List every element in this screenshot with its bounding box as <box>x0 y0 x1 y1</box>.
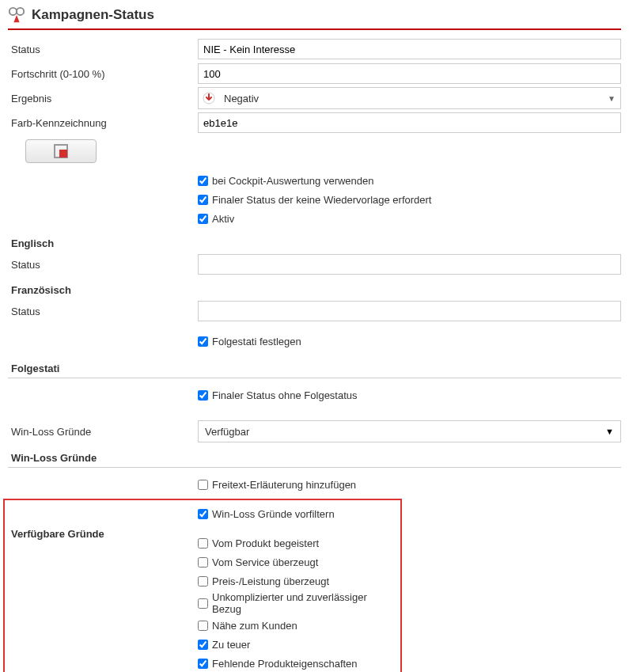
label-status: Status <box>8 44 198 55</box>
verfuegbare-item: Zu teuer <box>198 636 397 653</box>
label-checkbox-vorfiltern: Win-Loss Gründe vorfiltern <box>212 508 335 520</box>
checkbox-finaler-wv[interactable] <box>198 195 208 205</box>
checkbox-folgestati-festlegen[interactable] <box>198 336 208 347</box>
label-winloss-gruende: Win-Loss Gründe <box>8 426 198 438</box>
negativ-icon <box>202 91 216 105</box>
select-winloss-gruende[interactable]: Verfügbar ▼ <box>198 420 621 442</box>
color-swatch-icon <box>54 144 68 158</box>
heading-verfuegbare: Verfügbare Gründe <box>8 528 198 540</box>
input-englisch-status[interactable] <box>198 254 621 275</box>
checkbox-grund-2[interactable] <box>198 576 208 587</box>
chevron-down-icon: ▼ <box>605 427 614 436</box>
checkbox-grund-6[interactable] <box>198 659 208 669</box>
label-checkbox-finaler-ohne: Finaler Status ohne Folgestatus <box>212 389 358 401</box>
input-franzoesisch-status[interactable] <box>198 301 621 321</box>
heading-franzoesisch: Französisch <box>8 278 621 300</box>
checkbox-grund-1[interactable] <box>198 557 208 568</box>
select-winloss-value: Verfügbar <box>205 426 249 438</box>
verfuegbare-item: Unkomplizierter und zuverlässiger Bezug <box>198 591 397 615</box>
highlight-region: Win-Loss Gründe vorfiltern Verfügbare Gr… <box>3 499 402 672</box>
label-grund-5: Zu teuer <box>212 639 250 651</box>
page-header: Kampagnen-Status <box>8 6 621 30</box>
label-grund-3: Unkomplizierter und zuverlässiger Bezug <box>212 591 397 615</box>
heading-englisch: Englisch <box>8 231 621 253</box>
input-farb[interactable] <box>198 112 621 133</box>
label-franzoesisch-status: Status <box>8 306 198 317</box>
label-englisch-status: Status <box>8 259 198 271</box>
row-folgestati-festlegen: Folgestati festlegen <box>8 331 621 353</box>
label-grund-6: Fehlende Produkteigenschaften <box>212 658 358 670</box>
label-ergebnis: Ergebnis <box>8 93 198 104</box>
heading-folgestati: Folgestati <box>8 356 621 378</box>
chevron-down-icon: ▼ <box>608 94 616 103</box>
checkbox-vorfiltern[interactable] <box>198 509 208 519</box>
row-vorfiltern: Win-Loss Gründe vorfiltern <box>8 503 397 526</box>
row-farb: Farb-Kennzeichnung <box>8 112 621 134</box>
label-farb: Farb-Kennzeichnung <box>8 117 198 129</box>
row-color-button <box>8 136 621 163</box>
page-title: Kampagnen-Status <box>32 7 154 23</box>
verfuegbare-item: Preis-/Leistung überzeugt <box>198 572 397 590</box>
checkbox-grund-5[interactable] <box>198 640 208 650</box>
row-finaler-ohne: Finaler Status ohne Folgestatus <box>8 385 621 407</box>
row-verfuegbare-heading: Verfügbare Gründe Vom Produkt begeistert… <box>8 528 397 672</box>
select-ergebnis-value: Negativ <box>224 93 259 104</box>
label-checkbox-folgestati-festlegen: Folgestati festlegen <box>212 336 301 347</box>
input-fortschritt[interactable] <box>198 63 621 84</box>
verfuegbare-item: Nähe zum Kunden <box>198 617 397 634</box>
checkbox-aktiv[interactable] <box>198 214 208 224</box>
verfuegbare-item: Vom Produkt begeistert <box>198 534 397 552</box>
svg-point-0 <box>9 8 17 15</box>
status-icon <box>8 6 25 24</box>
row-franzoesisch-status: Status <box>8 300 621 322</box>
row-fortschritt: Fortschritt (0-100 %) <box>8 63 621 85</box>
row-englisch-status: Status <box>8 253 621 275</box>
row-checkboxes-1: bei Cockpit-Auswertung verwenden Finaler… <box>8 172 621 229</box>
verfuegbare-list: Vom Produkt begeistertVom Service überze… <box>198 534 397 672</box>
label-grund-2: Preis-/Leistung überzeugt <box>212 575 329 587</box>
label-checkbox-freitext: Freitext-Erläuterung hinzufügen <box>212 479 356 491</box>
label-grund-4: Nähe zum Kunden <box>212 620 297 632</box>
checkbox-freitext[interactable] <box>198 480 208 490</box>
verfuegbare-item: Fehlende Produkteigenschaften <box>198 655 397 672</box>
label-checkbox-cockpit: bei Cockpit-Auswertung verwenden <box>212 175 374 187</box>
checkbox-grund-4[interactable] <box>198 621 208 631</box>
checkbox-grund-3[interactable] <box>198 598 208 609</box>
color-picker-button[interactable] <box>25 139 97 163</box>
input-status[interactable] <box>198 39 621 59</box>
row-freitext: Freitext-Erläuterung hinzufügen <box>8 474 621 496</box>
checkbox-cockpit[interactable] <box>198 176 208 186</box>
label-grund-1: Vom Service überzeugt <box>212 556 318 568</box>
label-fortschritt: Fortschritt (0-100 %) <box>8 68 198 80</box>
checkbox-finaler-ohne[interactable] <box>198 390 208 401</box>
row-status: Status <box>8 38 621 60</box>
label-checkbox-finaler-wv: Finaler Status der keine Wiedervorlage e… <box>212 194 431 206</box>
select-ergebnis[interactable]: Negativ ▼ <box>198 87 621 109</box>
label-grund-0: Vom Produkt begeistert <box>212 537 319 549</box>
svg-point-1 <box>17 8 24 15</box>
row-ergebnis: Ergebnis Negativ ▼ <box>8 87 621 109</box>
row-winloss-select: Win-Loss Gründe Verfügbar ▼ <box>8 420 621 442</box>
checkbox-grund-0[interactable] <box>198 538 208 549</box>
label-checkbox-aktiv: Aktiv <box>212 213 234 225</box>
verfuegbare-item: Vom Service überzeugt <box>198 553 397 571</box>
heading-winloss: Win-Loss Gründe <box>8 446 621 468</box>
